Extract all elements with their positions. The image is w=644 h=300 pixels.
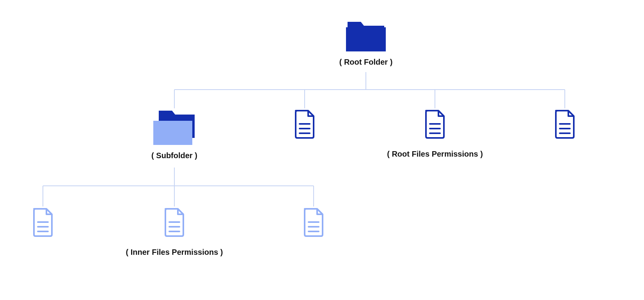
file-icon	[423, 109, 447, 139]
hierarchy-diagram: ( Root Folder ) ( Subfolder ) ( Root Fil…	[0, 0, 644, 300]
root-files-label: ( Root Files Permissions )	[387, 150, 483, 159]
inner-files-label: ( Inner Files Permissions )	[126, 248, 223, 257]
root-file-2: ( Root Files Permissions )	[423, 109, 447, 139]
svg-rect-11	[346, 27, 386, 51]
folder-icon	[344, 19, 387, 52]
file-icon	[302, 207, 326, 238]
inner-file-3	[302, 207, 326, 238]
file-icon	[553, 109, 577, 139]
inner-file-2: ( Inner Files Permissions )	[162, 207, 186, 238]
file-icon	[31, 207, 55, 238]
root-folder-label: ( Root Folder )	[339, 58, 393, 67]
inner-file-1	[31, 207, 55, 238]
file-icon	[162, 207, 186, 238]
root-folder-node: ( Root Folder )	[342, 19, 389, 67]
subfolder-icon	[151, 108, 198, 146]
file-icon	[293, 109, 317, 139]
root-file-1	[293, 109, 317, 139]
svg-rect-13	[153, 121, 192, 145]
root-file-3	[553, 109, 577, 139]
subfolder-label: ( Subfolder )	[151, 151, 197, 160]
subfolder-node: ( Subfolder )	[151, 108, 198, 160]
connector-lines	[0, 0, 644, 300]
